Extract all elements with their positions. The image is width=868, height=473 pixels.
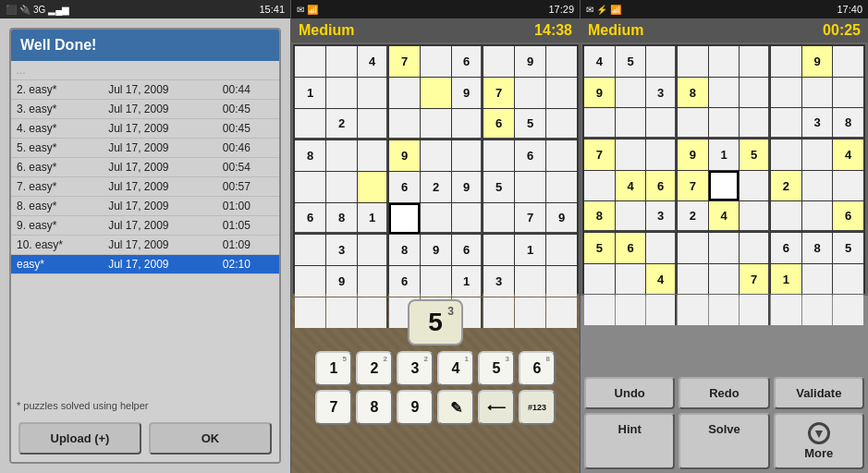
cell[interactable] [389,203,420,234]
cell[interactable] [515,172,545,202]
hint-button[interactable]: Hint [584,413,675,469]
cell[interactable] [616,201,646,232]
cell[interactable] [616,264,646,295]
cell[interactable]: 4 [833,139,863,170]
cell[interactable] [326,46,357,77]
cell[interactable]: 1 [515,235,545,265]
cell[interactable] [802,78,833,108]
key-3[interactable]: 32 [397,351,434,386]
erase-key[interactable]: ✎ [437,390,474,425]
cell[interactable] [740,171,770,201]
cell[interactable]: 6 [295,203,325,234]
cell[interactable]: 3 [646,78,677,108]
cell[interactable] [678,264,708,295]
cell[interactable] [802,264,833,295]
cell[interactable] [646,139,677,170]
cell[interactable] [616,78,646,108]
cell[interactable] [358,297,388,328]
cell[interactable]: 9 [515,46,545,77]
cell[interactable] [295,109,325,139]
cell[interactable] [802,171,833,201]
cell[interactable] [771,108,801,139]
cell[interactable] [584,171,615,201]
cell[interactable] [295,235,325,265]
cell[interactable] [678,108,708,139]
cell[interactable]: 1 [771,264,801,295]
cell[interactable]: 6 [771,233,801,263]
cell[interactable]: 6 [616,233,646,263]
cell[interactable] [326,140,357,171]
cell[interactable] [358,235,388,265]
cell[interactable] [546,78,577,108]
cell[interactable]: 3 [646,201,677,232]
cell[interactable]: 8 [802,233,833,263]
cell[interactable] [358,266,388,297]
cell[interactable] [546,46,577,77]
cell[interactable]: 1 [452,266,483,297]
key-5[interactable]: 53 [478,351,515,386]
cell[interactable]: 9 [452,172,483,202]
cell[interactable] [833,171,863,201]
cell[interactable]: 9 [389,140,420,171]
cell[interactable] [515,266,545,297]
cell[interactable]: 1 [358,203,388,234]
cell[interactable]: 7 [515,203,545,234]
cell[interactable] [833,46,863,77]
cell[interactable] [358,109,388,139]
ok-button[interactable]: OK [149,422,272,455]
cell[interactable]: 7 [483,78,514,108]
cell[interactable] [421,203,451,234]
cell[interactable]: 4 [709,201,740,232]
cell[interactable]: 3 [326,235,357,265]
cell[interactable] [709,233,740,263]
cell[interactable] [452,109,483,139]
cell[interactable]: 5 [515,109,545,139]
validate-button[interactable]: Validate [774,377,864,409]
sudoku-grid-2[interactable]: 4769197265896629568179389619613 [293,44,579,294]
cell[interactable] [740,78,770,108]
cell[interactable]: 6 [833,201,863,232]
cell[interactable]: 6 [515,140,545,171]
cell[interactable] [833,78,863,108]
cell[interactable] [358,78,388,108]
cell[interactable]: 9 [678,139,708,170]
cell[interactable]: 3 [483,266,514,297]
cell[interactable]: 5 [483,172,514,202]
undo-button[interactable]: Undo [584,377,675,409]
cell[interactable]: 8 [584,201,615,232]
cell[interactable]: 6 [483,109,514,139]
key-6[interactable]: 68 [519,351,556,386]
cell[interactable] [483,297,514,328]
cell[interactable] [646,233,677,263]
cell[interactable]: 7 [584,139,615,170]
cell[interactable] [584,264,615,295]
redo-button[interactable]: Redo [679,377,769,409]
key-7[interactable]: 7 [315,390,352,425]
cell[interactable]: 6 [452,235,483,265]
cell[interactable] [295,46,325,77]
cell[interactable] [584,108,615,139]
cell[interactable] [452,203,483,234]
cell[interactable] [771,46,801,77]
cell[interactable] [802,139,833,170]
cell[interactable]: 4 [358,46,388,77]
cell[interactable] [740,46,770,77]
cell[interactable]: 4 [616,171,646,201]
cell[interactable] [358,172,388,202]
cell[interactable] [709,108,740,139]
cell[interactable] [326,78,357,108]
cell[interactable]: 4 [646,264,677,295]
cell[interactable]: 2 [421,172,451,202]
key-8[interactable]: 8 [356,390,393,425]
cell[interactable] [546,172,577,202]
cell[interactable] [802,201,833,232]
cell[interactable] [709,46,740,77]
cell[interactable]: 4 [584,46,615,77]
cell[interactable] [389,109,420,139]
cell[interactable]: 5 [833,233,863,263]
cell[interactable] [740,233,770,263]
cell[interactable] [295,266,325,297]
cell[interactable] [515,78,545,108]
cell[interactable] [546,235,577,265]
cell[interactable] [833,264,863,295]
